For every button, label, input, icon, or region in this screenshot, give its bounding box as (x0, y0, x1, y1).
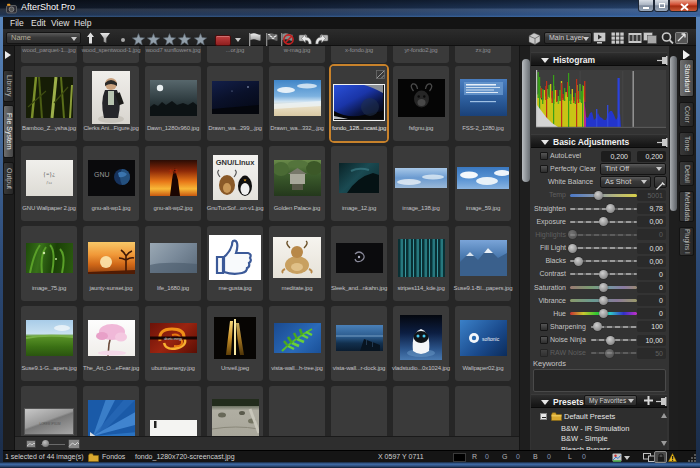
svg-text:LOREM IPSUM: LOREM IPSUM (39, 422, 61, 426)
svg-text:GNU: GNU (94, 171, 110, 178)
svg-text:{=}¿: {=}¿ (43, 171, 55, 178)
svg-text:ubuntu energy: ubuntu energy (164, 336, 182, 340)
svg-text:softonic: softonic (482, 335, 500, 341)
svg-text:ƒω: ƒω (46, 180, 53, 185)
svg-text:GNU/LInux: GNU/LInux (215, 158, 255, 167)
svg-text:大衆: 大衆 (168, 168, 178, 174)
